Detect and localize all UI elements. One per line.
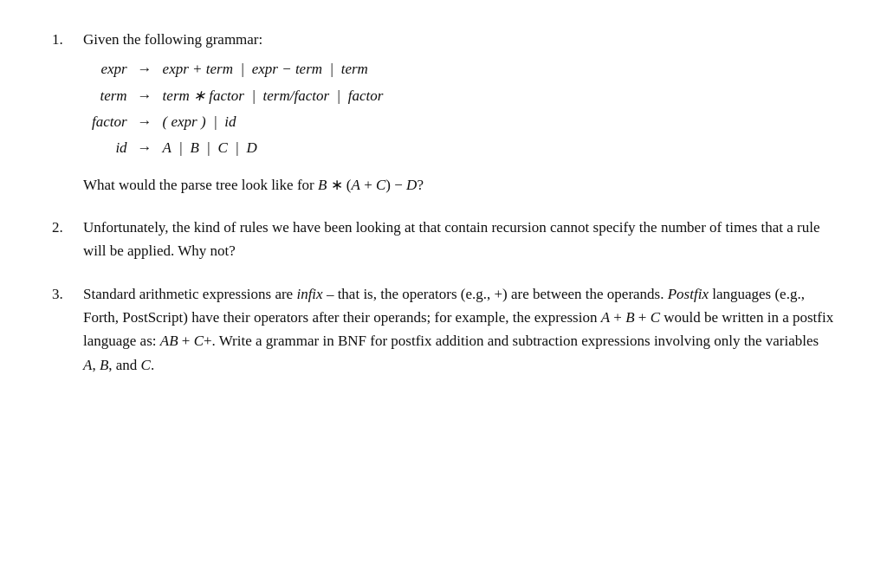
grammar-id-arrow: → — [131, 135, 159, 161]
grammar-id-lhs: id — [92, 135, 131, 161]
question-2-number: 2. — [52, 216, 83, 239]
question-3: 3. Standard arithmetic expressions are i… — [52, 282, 835, 377]
question-1-content: Given the following grammar: expr → expr… — [83, 28, 835, 197]
question-1-number: 1. — [52, 28, 83, 51]
question-list: 1. Given the following grammar: expr → e… — [52, 28, 835, 377]
grammar-table: expr → expr + term | expr − term | term … — [92, 56, 388, 161]
grammar-row-id: id → A | B | C | D — [92, 135, 388, 161]
grammar-term-lhs: term — [92, 83, 131, 109]
grammar-term-arrow: → — [131, 83, 159, 109]
question-3-content: Standard arithmetic expressions are infi… — [83, 282, 835, 377]
grammar-row-term: term → term ∗ factor | term/factor | fac… — [92, 83, 388, 109]
grammar-factor-rhs: ( expr ) | id — [159, 109, 389, 135]
grammar-row-factor: factor → ( expr ) | id — [92, 109, 388, 135]
grammar-factor-lhs: factor — [92, 109, 131, 135]
question-3-number: 3. — [52, 282, 83, 306]
grammar-expr-arrow: → — [131, 56, 159, 82]
question-2-content: Unfortunately, the kind of rules we have… — [83, 216, 835, 263]
question-1-intro: Given the following grammar: — [83, 31, 262, 48]
grammar-expr-lhs: expr — [92, 56, 131, 82]
question-1-parse-question: What would the parse tree look like for … — [83, 174, 835, 197]
question-2-text: Unfortunately, the kind of rules we have… — [83, 219, 820, 259]
grammar-expr-rhs: expr + term | expr − term | term — [159, 56, 389, 82]
question-3-text: Standard arithmetic expressions are infi… — [83, 286, 833, 373]
grammar-factor-arrow: → — [131, 109, 159, 135]
grammar-term-rhs: term ∗ factor | term/factor | factor — [159, 83, 389, 109]
grammar-row-expr: expr → expr + term | expr − term | term — [92, 56, 388, 82]
question-2: 2. Unfortunately, the kind of rules we h… — [52, 216, 835, 263]
grammar-id-rhs: A | B | C | D — [159, 135, 389, 161]
question-1: 1. Given the following grammar: expr → e… — [52, 28, 835, 197]
